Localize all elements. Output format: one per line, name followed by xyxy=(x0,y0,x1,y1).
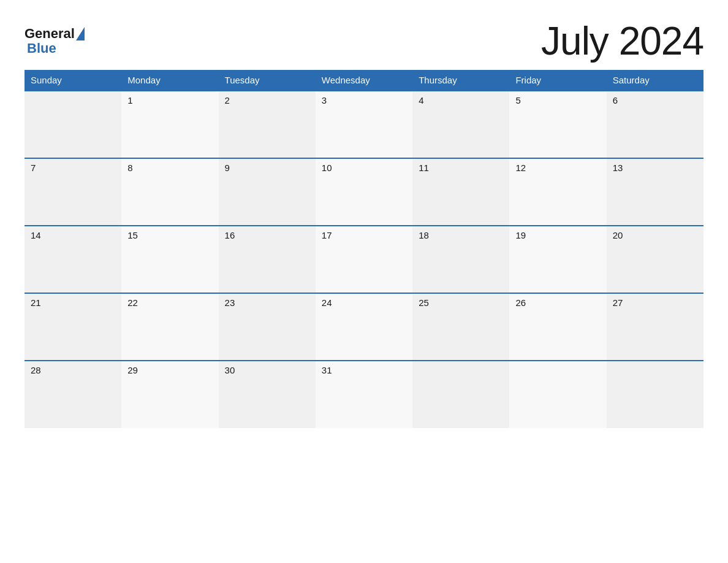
calendar-cell: 14 xyxy=(25,226,121,293)
month-title: July 2024 xyxy=(541,18,703,64)
calendar-cell: 30 xyxy=(219,361,316,428)
weekday-header-wednesday: Wednesday xyxy=(316,70,412,91)
calendar-cell xyxy=(25,91,121,158)
page-header: General Blue July 2024 xyxy=(25,18,703,64)
calendar-cell: 31 xyxy=(316,361,412,428)
day-number: 22 xyxy=(127,297,138,308)
day-number: 1 xyxy=(127,95,132,105)
calendar-cell: 13 xyxy=(607,158,703,226)
week-row-4: 21222324252627 xyxy=(25,293,703,361)
calendar-cell: 27 xyxy=(607,293,703,361)
day-number: 4 xyxy=(419,95,423,105)
day-number: 18 xyxy=(419,230,429,240)
calendar-cell: 22 xyxy=(121,293,218,361)
day-number: 13 xyxy=(613,163,623,173)
day-number: 29 xyxy=(127,365,138,375)
calendar-cell xyxy=(607,361,703,428)
logo-blue-text: Blue xyxy=(27,40,56,56)
calendar-cell: 24 xyxy=(316,293,412,361)
day-number: 12 xyxy=(515,163,526,173)
calendar-cell: 6 xyxy=(607,91,703,158)
calendar-cell: 18 xyxy=(412,226,509,293)
calendar-cell: 25 xyxy=(412,293,509,361)
day-number: 27 xyxy=(613,297,623,308)
weekday-header-monday: Monday xyxy=(121,70,218,91)
calendar-cell: 8 xyxy=(121,158,218,226)
day-number: 11 xyxy=(419,163,429,173)
weekday-header-friday: Friday xyxy=(509,70,606,91)
day-number: 28 xyxy=(31,365,41,375)
calendar-cell: 2 xyxy=(219,91,316,158)
logo-triangle-icon xyxy=(76,27,85,40)
calendar-cell: 5 xyxy=(509,91,606,158)
calendar-table: SundayMondayTuesdayWednesdayThursdayFrid… xyxy=(25,70,703,428)
day-number: 10 xyxy=(322,163,332,173)
day-number: 25 xyxy=(419,297,429,308)
day-number: 8 xyxy=(127,163,132,173)
day-number: 2 xyxy=(225,95,230,105)
calendar-cell: 12 xyxy=(509,158,606,226)
calendar-cell: 1 xyxy=(121,91,218,158)
calendar-cell xyxy=(509,361,606,428)
day-number: 6 xyxy=(613,95,618,105)
calendar-cell: 10 xyxy=(316,158,412,226)
day-number: 31 xyxy=(322,365,332,375)
day-number: 23 xyxy=(225,297,235,308)
week-row-2: 78910111213 xyxy=(25,158,703,226)
week-row-3: 14151617181920 xyxy=(25,226,703,293)
day-number: 24 xyxy=(322,297,332,308)
calendar-cell: 7 xyxy=(25,158,121,226)
day-number: 20 xyxy=(613,230,623,240)
day-number: 16 xyxy=(225,230,235,240)
calendar-cell: 16 xyxy=(219,226,316,293)
day-number: 17 xyxy=(322,230,332,240)
calendar-cell: 15 xyxy=(121,226,218,293)
day-number: 15 xyxy=(127,230,138,240)
day-number: 9 xyxy=(225,163,230,173)
day-number: 5 xyxy=(515,95,520,105)
calendar-cell: 29 xyxy=(121,361,218,428)
day-number: 21 xyxy=(31,297,41,308)
calendar-cell xyxy=(412,361,509,428)
day-number: 26 xyxy=(515,297,526,308)
day-number: 3 xyxy=(322,95,327,105)
calendar-cell: 21 xyxy=(25,293,121,361)
calendar-cell: 9 xyxy=(219,158,316,226)
weekday-header-saturday: Saturday xyxy=(607,70,703,91)
weekday-header-thursday: Thursday xyxy=(412,70,509,91)
weekday-header-tuesday: Tuesday xyxy=(219,70,316,91)
calendar-cell: 11 xyxy=(412,158,509,226)
weekday-header-row: SundayMondayTuesdayWednesdayThursdayFrid… xyxy=(25,70,703,91)
day-number: 30 xyxy=(225,365,235,375)
calendar-cell: 19 xyxy=(509,226,606,293)
week-row-1: 123456 xyxy=(25,91,703,158)
calendar-cell: 28 xyxy=(25,361,121,428)
calendar-cell: 4 xyxy=(412,91,509,158)
week-row-5: 28293031 xyxy=(25,361,703,428)
weekday-header-sunday: Sunday xyxy=(25,70,121,91)
calendar-cell: 20 xyxy=(607,226,703,293)
logo-general-text: General xyxy=(25,26,75,41)
calendar-cell: 3 xyxy=(316,91,412,158)
day-number: 14 xyxy=(31,230,41,240)
calendar-cell: 17 xyxy=(316,226,412,293)
day-number: 19 xyxy=(515,230,526,240)
calendar-cell: 26 xyxy=(509,293,606,361)
logo: General Blue xyxy=(25,26,85,56)
calendar-cell: 23 xyxy=(219,293,316,361)
day-number: 7 xyxy=(31,163,36,173)
